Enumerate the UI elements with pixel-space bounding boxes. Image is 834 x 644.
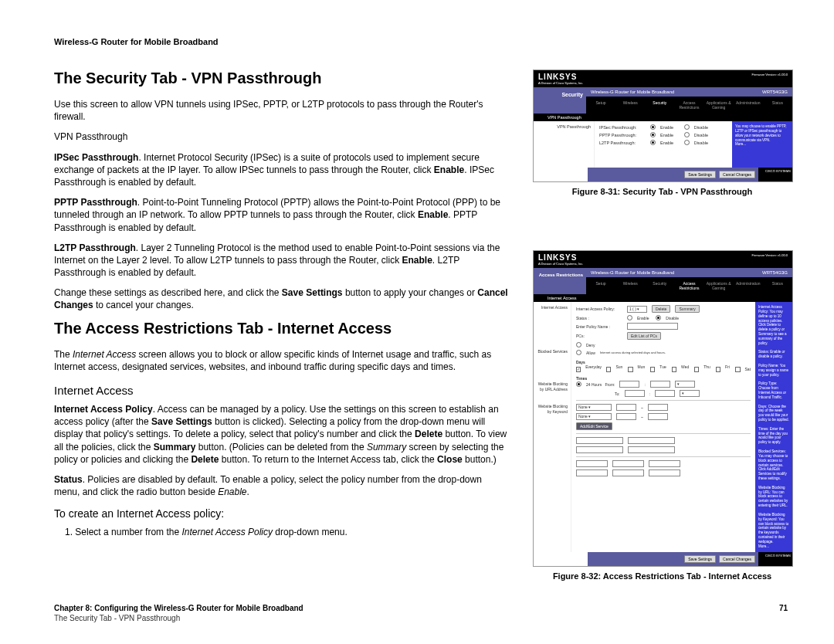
nav-tab[interactable]: Setup	[588, 99, 614, 111]
url-input[interactable]	[628, 446, 675, 453]
everyday-check[interactable]	[576, 367, 581, 372]
nav-tab[interactable]: Applications & Gaming	[706, 280, 732, 292]
add-edit-service-button[interactable]: Add/Edit Service	[576, 422, 612, 430]
product-name: Wireless-G Router for Mobile Broadband	[591, 90, 674, 94]
router-ui-vpn: LINKSYS A Division of Cisco Systems, Inc…	[533, 69, 793, 182]
footer-section: The Security Tab - VPN Passthrough	[54, 614, 788, 622]
nav-tab[interactable]: Setup	[588, 280, 614, 292]
cisco-logo: CISCO SYSTEMS	[758, 168, 792, 181]
subheading-create-policy: To create an Internet Access policy:	[54, 507, 510, 520]
model-number: WRT54G3G	[762, 270, 788, 275]
kw-input[interactable]	[612, 469, 644, 476]
section-label: Access Restrictions	[534, 268, 586, 294]
radio-disable[interactable]	[684, 132, 690, 137]
kw-input[interactable]	[649, 469, 680, 476]
page-footer: Chapter 8: Configuring the Wireless-G Ro…	[54, 604, 788, 622]
model-number: WRT54G3G	[762, 90, 788, 94]
para: PPTP Passthrough. Point-to-Point Tunneli…	[54, 196, 510, 234]
deny-radio[interactable]	[576, 342, 581, 347]
delete-button[interactable]: Delete	[652, 305, 670, 313]
day-check[interactable]	[716, 367, 720, 372]
nav-tab[interactable]: Security	[646, 99, 673, 111]
nav-tab[interactable]: Security	[646, 280, 673, 292]
para: IPSec Passthrough. Internet Protocol Sec…	[54, 151, 510, 189]
kw-input[interactable]	[612, 460, 644, 467]
para: Change these settings as described here,…	[54, 286, 510, 311]
fw-version: Firmware Version: v1.00.0	[752, 73, 788, 76]
heading-vpn: The Security Tab - VPN Passthrough	[54, 69, 510, 87]
figure-8-31: LINKSYS A Division of Cisco Systems, Inc…	[533, 69, 793, 196]
edit-list-button[interactable]: Edit List of PCs	[627, 332, 661, 340]
para: Internet Access Policy. Access can be ma…	[54, 403, 510, 466]
url-input[interactable]	[576, 437, 623, 444]
side-label: VPN Passthrough	[534, 121, 595, 168]
url-input[interactable]	[576, 446, 623, 453]
linksys-logo: LINKSYS	[538, 73, 583, 81]
nav-tab[interactable]: Wireless	[617, 99, 643, 111]
service-select[interactable]: None ▾	[576, 413, 612, 420]
footer-chapter: Chapter 8: Configuring the Wireless-G Ro…	[54, 604, 303, 612]
allow-radio[interactable]	[576, 350, 581, 355]
main-content: The Security Tab - VPN Passthrough Use t…	[54, 69, 510, 588]
save-settings-button[interactable]: Save Settings	[684, 555, 716, 563]
subnav-internet-access[interactable]: Internet Access	[534, 294, 792, 302]
kw-input[interactable]	[576, 469, 608, 476]
kw-input[interactable]	[576, 460, 608, 467]
subheading-internet-access: Internet Access	[54, 384, 510, 397]
access-settings: Internet Access Policy:1 ( ) ▾ Delete Su…	[571, 302, 755, 552]
help-text: Internet Access Policy: You may define u…	[755, 302, 792, 552]
kw-input[interactable]	[649, 460, 680, 467]
day-check[interactable]	[628, 367, 632, 372]
radio-enable[interactable]	[650, 140, 656, 145]
fw-version: Firmware Version: v1.00.0	[752, 253, 788, 257]
policy-name-input[interactable]	[627, 323, 678, 330]
nav-tab[interactable]: Administration	[735, 280, 761, 292]
para: Use this screen to allow VPN tunnels usi…	[54, 98, 510, 123]
nav-tab[interactable]: Applications & Gaming	[706, 99, 732, 111]
radio-enable[interactable]	[650, 124, 656, 130]
service-select[interactable]: None ▾	[576, 404, 612, 411]
para: Status. Policies are disabled by default…	[54, 473, 510, 498]
figure-caption-32: Figure 8-32: Access Restrictions Tab - I…	[533, 571, 792, 581]
cancel-changes-button[interactable]: Cancel Changes	[719, 171, 755, 178]
doc-header: Wireless-G Router for Mobile Broadband	[54, 37, 788, 46]
nav-tab[interactable]: Status	[764, 280, 791, 292]
para: VPN Passthrough	[54, 130, 510, 143]
day-check[interactable]	[694, 367, 699, 372]
list-item: 1. Select a number from the Internet Acc…	[54, 526, 510, 538]
radio-disable[interactable]	[684, 140, 690, 145]
section-label: Security	[534, 87, 586, 114]
summary-button[interactable]: Summary	[675, 305, 699, 313]
day-check[interactable]	[735, 367, 740, 372]
help-text: You may choose to enable PPTP, L2TP or I…	[732, 121, 792, 168]
nav-tab[interactable]: Status	[764, 99, 791, 111]
cisco-logo: CISCO SYSTEMS	[758, 552, 792, 566]
subnav-vpn[interactable]: VPN Passthrough	[534, 114, 792, 121]
url-input[interactable]	[628, 437, 675, 444]
policy-select[interactable]: 1 ( ) ▾	[627, 306, 647, 313]
router-ui-access: LINKSYS A Division of Cisco Systems, Inc…	[533, 250, 793, 567]
24h-radio[interactable]	[576, 381, 581, 387]
vpn-settings: IPSec Passthrough: Enable DisablePPTP Pa…	[595, 121, 732, 168]
nav-tab[interactable]: Administration	[735, 99, 761, 111]
nav-tab[interactable]: Access Restrictions	[676, 99, 702, 111]
setting-label: PPTP Passthrough:	[599, 133, 646, 137]
figure-caption-31: Figure 8-31: Security Tab - VPN Passthro…	[533, 187, 792, 196]
setting-label: L2TP Passthrough:	[599, 141, 646, 145]
nav-tab[interactable]: Wireless	[617, 280, 643, 292]
save-settings-button[interactable]: Save Settings	[684, 171, 716, 178]
logo-subtitle: A Division of Cisco Systems, Inc.	[538, 262, 583, 266]
side-labels: Internet AccessBlocked ServicesWebsite B…	[534, 302, 571, 552]
status-enable[interactable]	[627, 315, 632, 320]
status-disable[interactable]	[656, 315, 661, 320]
day-check[interactable]	[672, 367, 676, 372]
para: The Internet Access screen allows you to…	[54, 348, 510, 373]
nav-tab[interactable]: Access Restrictions	[676, 280, 702, 292]
product-name: Wireless-G Router for Mobile Broadband	[591, 270, 674, 275]
cancel-changes-button[interactable]: Cancel Changes	[719, 555, 755, 563]
radio-enable[interactable]	[650, 132, 656, 137]
day-check[interactable]	[650, 367, 655, 372]
page-number: 71	[779, 604, 788, 612]
radio-disable[interactable]	[684, 124, 690, 130]
day-check[interactable]	[606, 367, 611, 372]
